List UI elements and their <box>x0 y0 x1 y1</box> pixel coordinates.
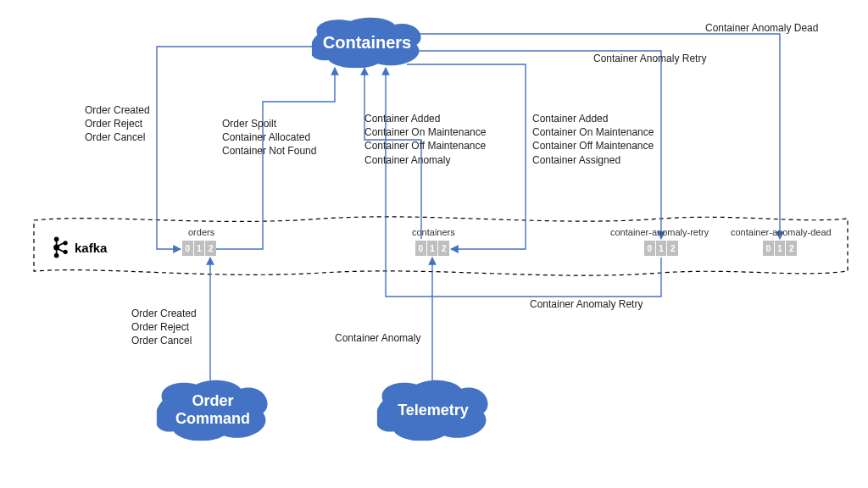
kafka-label: kafka <box>51 236 107 259</box>
topic-retry-partitions: 0 1 2 <box>644 241 678 256</box>
label-anomaly-retry-top: Container Anomaly Retry <box>593 53 706 64</box>
topic-retry-label: container-anomaly-retry <box>610 227 709 237</box>
svg-rect-6 <box>56 250 58 254</box>
events-containers-out: Container Added Container On Maintenance… <box>532 112 654 167</box>
events-orders-out: Order Spoilt Container Allocated Contain… <box>222 117 316 158</box>
svg-rect-5 <box>56 241 58 245</box>
events-orders-in-top: Order Created Order Reject Order Cancel <box>85 103 150 145</box>
node-containers-label: Containers <box>323 33 411 53</box>
events-containers-in: Container Added Container On Maintenance… <box>364 112 486 167</box>
events-orders-in-bottom: Order Created Order Reject Order Cancel <box>131 307 197 348</box>
node-order-command-label: Order Command <box>175 392 250 427</box>
kafka-icon <box>51 236 70 259</box>
label-anomaly-retry-bottom: Container Anomaly Retry <box>530 298 643 310</box>
topic-containers-label: containers <box>412 227 455 237</box>
topic-dead-label: container-anomaly-dead <box>731 227 832 237</box>
topic-orders-partitions: 0 1 2 <box>182 241 216 256</box>
topic-dead-partitions: 0 1 2 <box>763 241 797 256</box>
node-telemetry-label: Telemetry <box>398 402 469 419</box>
label-container-anomaly: Container Anomaly <box>335 332 420 344</box>
topic-containers-partitions: 0 1 2 <box>415 241 449 256</box>
node-containers: Containers <box>312 17 422 68</box>
node-telemetry: Telemetry <box>377 380 489 441</box>
topic-orders-label: orders <box>188 227 214 237</box>
label-anomaly-dead-top: Container Anomaly Dead <box>705 22 818 34</box>
node-order-command: Order Command <box>157 380 269 441</box>
